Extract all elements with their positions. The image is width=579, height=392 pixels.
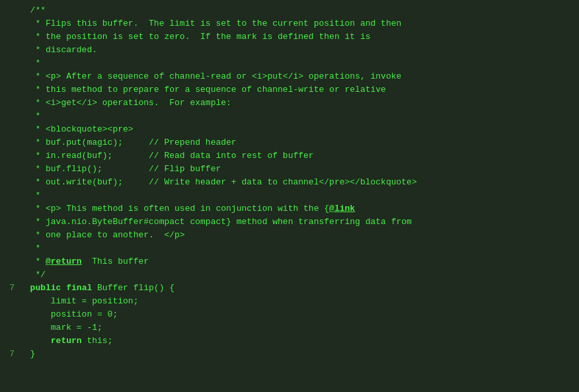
line-content-11: * buf.put(magic); // Prepend header (20, 137, 237, 147)
line-24: position = 0; (0, 309, 579, 323)
line-17: * java.nio.ByteBuffer#compact compact} m… (0, 217, 579, 230)
line-18: * one place to another. </p> (0, 230, 579, 243)
line-3: * the position is set to zero. If the ma… (0, 32, 579, 45)
line-16: * <p> This method is often used in conju… (0, 204, 579, 217)
line-6: * <p> After a sequence of channel-read o… (0, 71, 579, 85)
line-content-12: * in.read(buf); // Read data into rest o… (20, 151, 314, 161)
line-4: * discarded. (0, 45, 579, 58)
line-content-26: return this; (20, 336, 112, 346)
line-content-17: * java.nio.ByteBuffer#compact compact} m… (20, 217, 412, 227)
line-content-23: limit = position; (20, 296, 138, 306)
line-content-14: * out.write(buf); // Write header + data… (20, 177, 417, 187)
line-19: * (0, 243, 579, 256)
line-23: limit = position; (0, 296, 579, 309)
line-content-9: * (20, 111, 40, 121)
line-num-27: 7 (0, 349, 20, 359)
line-2: * Flips this buffer. The limit is set to… (0, 19, 579, 32)
line-content-15: * (20, 190, 40, 200)
line-11: * buf.put(magic); // Prepend header (0, 137, 579, 151)
line-content-19: * (20, 243, 40, 253)
line-content-4: * discarded. (20, 45, 97, 55)
line-content-5: * (20, 58, 40, 68)
line-12: * in.read(buf); // Read data into rest o… (0, 151, 579, 164)
line-8: * <i>get</i> operations. For example: (0, 98, 579, 111)
line-content-20: * @return This buffer (20, 256, 149, 266)
line-content-1: /** (20, 5, 46, 15)
line-content-21: */ (20, 270, 46, 280)
line-content-10: * <blockquote><pre> (20, 124, 134, 134)
line-21: */ (0, 270, 579, 283)
line-content-7: * this method to prepare for a sequence … (20, 85, 386, 95)
line-content-27: } (20, 349, 35, 359)
line-25: mark = -1; (0, 323, 579, 336)
code-editor: /** * Flips this buffer. The limit is se… (0, 0, 579, 392)
line-20: * @return This buffer (0, 256, 579, 270)
line-7: * this method to prepare for a sequence … (0, 85, 579, 98)
line-content-6: * <p> After a sequence of channel-read o… (20, 71, 401, 81)
line-content-3: * the position is set to zero. If the ma… (20, 32, 371, 42)
line-content-25: mark = -1; (20, 323, 102, 333)
line-content-2: * Flips this buffer. The limit is set to… (20, 19, 401, 28)
line-content-8: * <i>get</i> operations. For example: (20, 98, 231, 108)
line-22: 7 public final Buffer flip() { (0, 283, 579, 296)
line-5: * (0, 58, 579, 71)
line-14: * out.write(buf); // Write header + data… (0, 177, 579, 190)
line-9: * (0, 111, 579, 124)
line-10: * <blockquote><pre> (0, 124, 579, 137)
line-content-18: * one place to another. </p> (20, 230, 185, 240)
line-content-13: * buf.flip(); // Flip buffer (20, 164, 221, 174)
line-content-24: position = 0; (20, 309, 118, 319)
line-num-22: 7 (0, 283, 20, 293)
line-content-16: * <p> This method is often used in conju… (20, 204, 355, 214)
line-26: return this; (0, 336, 579, 349)
line-13: * buf.flip(); // Flip buffer (0, 164, 579, 177)
line-1: /** (0, 5, 579, 19)
line-15: * (0, 190, 579, 204)
line-27: 7 } (0, 349, 579, 362)
line-content-22: public final Buffer flip() { (20, 283, 174, 293)
